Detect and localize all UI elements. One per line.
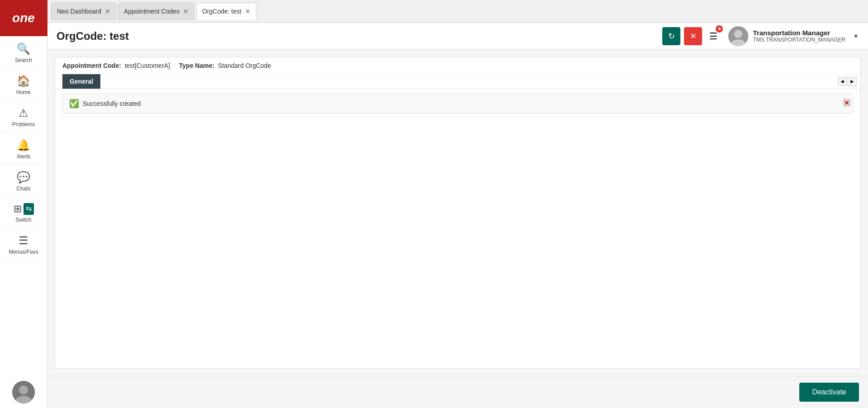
section-tabs: General ◄ ► — [55, 74, 860, 89]
sidebar-item-alerts[interactable]: 🔔 Alerts — [0, 133, 47, 165]
user-details: Transportation Manager TMS.TRANSPORTATIO… — [753, 29, 845, 43]
type-name-label: Type Name: — [179, 62, 214, 69]
appointment-code-value: test[CustomerA] — [125, 62, 170, 69]
collapse-right-button[interactable]: ► — [848, 77, 857, 86]
main-content: Neo Dashboard ✕ Appointment Codes ✕ OrgC… — [47, 0, 868, 408]
tab-orgcode-test[interactable]: OrgCode: test ✕ — [196, 3, 256, 20]
header-actions: ↻ ✕ ☰ ★ Transportation Manager TMS.TRANS… — [662, 26, 859, 46]
content-area: Appointment Code: test[CustomerA] Type N… — [47, 50, 868, 376]
switch-badge-icon: ⇆ — [24, 203, 34, 215]
deactivate-button[interactable]: Deactivate — [799, 383, 859, 402]
warning-icon: ⚠ — [19, 107, 28, 119]
tab-appointment-codes-close[interactable]: ✕ — [183, 8, 189, 14]
success-icon: ✅ — [69, 99, 79, 109]
user-avatar — [728, 26, 748, 46]
success-message: ✅ Successfully created — [62, 94, 853, 114]
bell-icon: 🔔 — [17, 139, 30, 152]
type-name-value: Standard OrgCode — [218, 62, 271, 69]
tab-orgcode-test-close[interactable]: ✕ — [245, 8, 250, 14]
sidebar-item-label-switch: Switch — [15, 217, 31, 223]
general-tab-label: General — [70, 78, 93, 85]
sidebar-item-label-search: Search — [15, 57, 32, 63]
close-button[interactable]: ✕ — [684, 27, 702, 45]
tab-neo-dashboard-label: Neo Dashboard — [57, 8, 101, 15]
sidebar-item-problems[interactable]: ⚠ Problems — [0, 100, 47, 133]
dismiss-button[interactable] — [842, 98, 851, 109]
sidebar-bottom — [0, 381, 47, 408]
sidebar-item-switch[interactable]: ⊞ ⇆ Switch — [0, 197, 47, 228]
general-tab[interactable]: General — [62, 74, 100, 89]
switch-icon-group: ⊞ ⇆ — [14, 203, 34, 215]
sidebar-item-chats[interactable]: 💬 Chats — [0, 165, 47, 197]
sidebar-avatar[interactable] — [12, 381, 35, 403]
refresh-button[interactable]: ↻ — [662, 27, 680, 45]
appointment-code-label: Appointment Code: — [62, 62, 121, 69]
switch-main-icon: ⊞ — [14, 203, 22, 215]
content-card: Appointment Code: test[CustomerA] Type N… — [55, 57, 861, 369]
page-title: OrgCode: test — [57, 30, 662, 43]
user-info[interactable]: Transportation Manager TMS.TRANSPORTATIO… — [728, 26, 859, 46]
sidebar-item-home[interactable]: 🏠 Home — [0, 68, 47, 100]
tab-neo-dashboard[interactable]: Neo Dashboard ✕ — [51, 3, 116, 20]
type-name-info: Type Name: Standard OrgCode — [179, 62, 271, 69]
footer-bar: Deactivate — [47, 376, 868, 408]
collapse-left-button[interactable]: ◄ — [838, 77, 847, 86]
sidebar-item-label-chats: Chats — [16, 185, 30, 192]
user-role: TMS.TRANSPORTATION_MANAGER — [753, 37, 845, 43]
sidebar-item-menus[interactable]: ☰ Menus/Favs — [0, 228, 47, 260]
sidebar-item-search[interactable]: 🔍 Search — [0, 36, 47, 68]
svg-point-1 — [19, 385, 28, 394]
notification-badge: ★ — [716, 25, 723, 33]
sidebar: one 🔍 Search 🏠 Home ⚠ Problems 🔔 Alerts … — [0, 0, 47, 408]
page-header: OrgCode: test ↻ ✕ ☰ ★ Transportation Man… — [47, 23, 868, 50]
menus-icon: ☰ — [19, 234, 28, 247]
notification-area[interactable]: ☰ ★ — [706, 27, 721, 45]
success-text: Successfully created — [83, 100, 141, 107]
avatar-image — [12, 381, 35, 403]
dismiss-icon — [842, 98, 851, 107]
sidebar-item-label-home: Home — [16, 89, 31, 95]
tab-bar: Neo Dashboard ✕ Appointment Codes ✕ OrgC… — [47, 0, 868, 23]
app-logo[interactable]: one — [0, 0, 47, 36]
sidebar-item-label-menus: Menus/Favs — [9, 249, 38, 255]
user-name: Transportation Manager — [753, 29, 845, 37]
tab-neo-dashboard-close[interactable]: ✕ — [105, 8, 110, 14]
search-icon: 🔍 — [17, 43, 30, 55]
chat-icon: 💬 — [17, 171, 30, 184]
message-area: ✅ Successfully created — [55, 89, 860, 118]
tab-appointment-codes-label: Appointment Codes — [124, 8, 179, 15]
sidebar-item-label-problems: Problems — [12, 121, 35, 128]
home-icon: 🏠 — [17, 75, 30, 87]
appointment-code-info: Appointment Code: test[CustomerA] — [62, 62, 170, 69]
tab-appointment-codes[interactable]: Appointment Codes ✕ — [118, 3, 194, 20]
collapse-buttons: ◄ ► — [838, 77, 857, 86]
tab-orgcode-test-label: OrgCode: test — [202, 8, 241, 15]
sidebar-item-label-alerts: Alerts — [17, 153, 31, 160]
svg-point-4 — [734, 30, 742, 38]
logo-text: one — [12, 11, 35, 25]
avatar-svg — [728, 26, 748, 46]
info-bar: Appointment Code: test[CustomerA] Type N… — [55, 57, 860, 74]
user-dropdown-arrow: ▼ — [853, 33, 859, 40]
